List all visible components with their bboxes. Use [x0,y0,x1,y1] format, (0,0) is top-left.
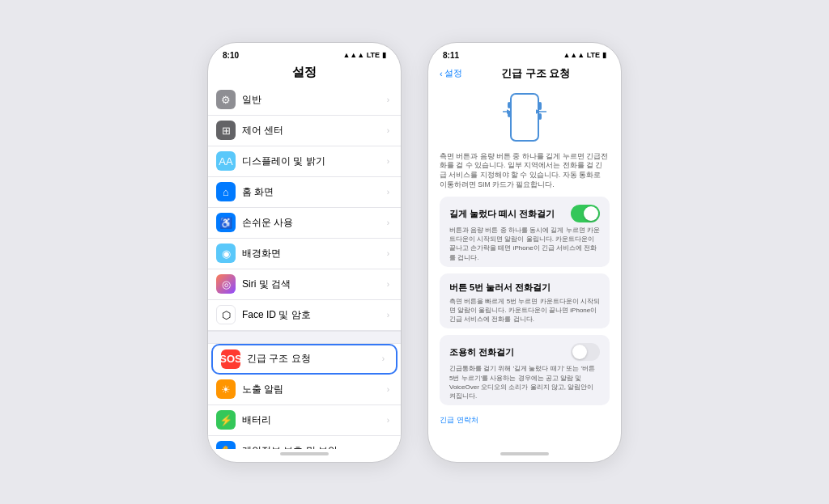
detail-row-silent: 조용히 전화걸기 [449,343,600,361]
detail-section-long-press: 길게 눌렀다 떼시 전화걸기버튼과 음량 버튼 중 하나를 동시에 길게 누르면… [440,197,610,267]
settings-icon-general: ⚙ [216,90,236,109]
left-phone: 8:10 ▲▲▲ LTE ▮ 설정 ⚙일반›⊞제어 센터›AA디스플레이 및 밝… [207,42,402,463]
settings-chevron-sos: › [382,354,385,363]
detail-desc-long-press: 버튼과 음량 버튼 중 하나를 동시에 길게 누르면 카운트다운이 시작되면 알… [449,226,600,262]
settings-chevron-wallpaper: › [387,249,389,258]
left-home-indicator [208,449,401,462]
main-container: 8:10 ▲▲▲ LTE ▮ 설정 ⚙일반›⊞제어 센터›AA디스플레이 및 밝… [207,42,622,463]
right-header: ‹ 설정 긴급 구조 요청 [428,63,621,84]
settings-item-sos[interactable]: SOS긴급 구조 요청› [211,344,397,375]
detail-title-long-press: 길게 눌렀다 떼시 전화걸기 [449,208,555,220]
settings-label-battery: 배터리 [242,413,387,427]
back-label: 설정 [444,67,462,79]
settings-chevron-control: › [387,126,389,135]
settings-icon-faceid: ⬡ [216,305,236,324]
toggle-long-press[interactable] [571,205,600,222]
toggle-thumb-silent [572,345,587,359]
settings-icon-exposure: ☀ [216,379,236,399]
settings-item-siri[interactable]: ◎Siri 및 검색› [208,269,401,300]
settings-divider-8 [208,331,401,344]
svg-rect-3 [508,102,511,108]
right-title: 긴급 구조 요청 [462,66,610,81]
settings-chevron-home: › [387,188,389,197]
emergency-contact-label[interactable]: 긴급 연락처 [440,415,610,429]
detail-section-five-press: 버튼 5번 눌러서 전화걸기측면 버튼을 빠르게 5번 누르면 카운트다운이 시… [440,273,610,329]
detail-desc-silent: 긴급통화를 걸기 위해 '길게 눌렀다 떼기' 또는 '버튼 5번 누르기'를 … [449,364,600,400]
left-status-bar: 8:10 ▲▲▲ LTE ▮ [208,43,401,63]
phone-diagram-svg [488,91,561,147]
phone-diagram [440,91,610,147]
settings-list: ⚙일반›⊞제어 센터›AA디스플레이 및 밝기›⌂홈 화면›♿손쉬운 사용›◉배… [208,85,401,449]
settings-item-exposure[interactable]: ☀노출 알림› [208,375,401,405]
settings-chevron-general: › [387,95,389,104]
settings-item-privacy[interactable]: ✋개인정보 보호 및 보안› [208,436,401,449]
settings-label-wallpaper: 배경화면 [242,247,387,260]
settings-label-display: 디스플레이 및 밝기 [242,155,387,168]
left-battery-icon: ▮ [382,51,386,59]
settings-chevron-faceid: › [387,311,389,320]
toggle-thumb-long-press [584,206,598,221]
left-home-bar [280,452,329,455]
settings-chevron-accessibility: › [387,218,389,227]
settings-label-sos: 긴급 구조 요청 [247,352,382,366]
detail-section-silent: 조용히 전화걸기긴급통화를 걸기 위해 '길게 눌렀다 떼기' 또는 '버튼 5… [440,335,610,405]
svg-rect-2 [538,113,542,120]
settings-title: 설정 [208,63,401,85]
settings-item-accessibility[interactable]: ♿손쉬운 사용› [208,208,401,239]
detail-row-long-press: 길게 눌렀다 떼시 전화걸기 [449,205,600,222]
settings-label-general: 일반 [242,93,387,107]
settings-item-wallpaper[interactable]: ◉배경화면› [208,239,401,269]
settings-icon-battery: ⚡ [216,410,236,430]
svg-rect-1 [538,102,542,110]
settings-label-faceid: Face ID 및 암호 [242,308,387,322]
settings-label-siri: Siri 및 검색 [242,277,387,291]
settings-chevron-exposure: › [387,385,389,394]
right-home-bar [500,452,549,455]
right-time: 8:11 [443,51,459,60]
settings-chevron-privacy: › [387,447,389,449]
right-sections: 길게 눌렀다 떼시 전화걸기버튼과 음량 버튼 중 하나를 동시에 길게 누르면… [440,197,610,412]
detail-desc-five-press: 측면 버튼을 빠르게 5번 누르면 카운트다운이 시작되면 알람이 울립니다. … [449,297,600,324]
settings-icon-display: AA [216,151,236,171]
detail-scroll: 측면 버튼과 음량 버튼 중 하나를 길게 누르면 긴급전화를 걸 수 있습니다… [428,84,621,449]
settings-chevron-battery: › [387,416,389,425]
right-home-indicator [428,449,621,462]
toggle-silent[interactable] [571,343,600,361]
settings-item-battery[interactable]: ⚡배터리› [208,405,401,436]
settings-icon-home: ⌂ [216,182,236,201]
right-battery-icon: ▮ [602,51,606,59]
back-button[interactable]: ‹ 설정 [440,67,462,79]
settings-icon-control: ⊞ [216,121,236,140]
settings-label-exposure: 노출 알림 [242,383,387,396]
settings-item-display[interactable]: AA디스플레이 및 밝기› [208,146,401,177]
diagram-desc: 측면 버튼과 음량 버튼 중 하나를 길게 누르면 긴급전화를 걸 수 있습니다… [440,152,610,191]
settings-icon-sos: SOS [221,349,240,369]
left-status-right: ▲▲▲ LTE ▮ [342,51,386,59]
settings-label-privacy: 개인정보 보호 및 보안 [242,444,387,449]
right-signal: ▲▲▲ LTE [563,51,600,59]
detail-title-five-press: 버튼 5번 눌러서 전화걸기 [449,282,551,294]
settings-chevron-siri: › [387,280,389,289]
left-time: 8:10 [223,51,239,60]
settings-item-general[interactable]: ⚙일반› [208,85,401,116]
settings-item-control[interactable]: ⊞제어 센터› [208,116,401,146]
svg-rect-0 [511,94,538,141]
back-chevron: ‹ [440,69,443,78]
settings-icon-wallpaper: ◉ [216,244,236,263]
settings-icon-siri: ◎ [216,274,236,294]
detail-row-five-press: 버튼 5번 눌러서 전화걸기 [449,282,600,294]
right-status-right: ▲▲▲ LTE ▮ [563,51,606,59]
settings-icon-privacy: ✋ [216,441,236,449]
detail-title-silent: 조용히 전화걸기 [449,346,514,358]
settings-icon-accessibility: ♿ [216,213,236,232]
settings-label-home: 홈 화면 [242,185,387,199]
settings-item-faceid[interactable]: ⬡Face ID 및 암호› [208,300,401,331]
left-signal: ▲▲▲ LTE [342,51,380,59]
right-status-bar: 8:11 ▲▲▲ LTE ▮ [428,43,621,63]
right-phone: 8:11 ▲▲▲ LTE ▮ ‹ 설정 긴급 구조 요청 [427,42,622,463]
settings-item-home[interactable]: ⌂홈 화면› [208,177,401,208]
settings-label-control: 제어 센터 [242,124,387,138]
settings-chevron-display: › [387,157,389,166]
settings-label-accessibility: 손쉬운 사용 [242,216,387,230]
